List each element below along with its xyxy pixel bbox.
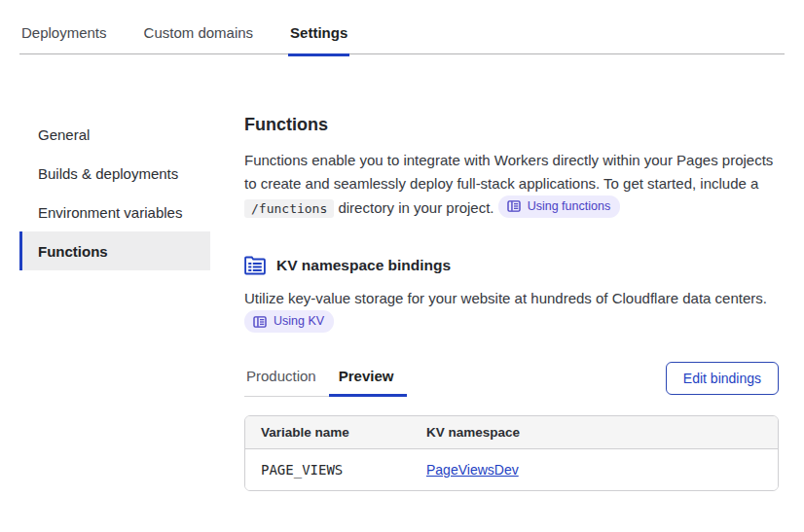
column-header-kv-namespace: KV namespace (426, 425, 778, 440)
using-kv-doc-link[interactable]: Using KV (244, 310, 334, 333)
kv-bindings-title: KV namespace bindings (276, 257, 451, 274)
kv-bindings-header: KV namespace bindings (244, 256, 779, 275)
table-header-row: Variable name KV namespace (245, 416, 778, 449)
environment-tabs-row: Production Preview Edit bindings (244, 362, 779, 397)
tab-deployments[interactable]: Deployments (19, 22, 109, 56)
edit-bindings-button[interactable]: Edit bindings (666, 362, 779, 395)
sidebar-item-environment-variables[interactable]: Environment variables (19, 193, 210, 231)
project-tabs: Deployments Custom domains Settings (19, 21, 785, 54)
top-tab-bar: Deployments Custom domains Settings (0, 0, 804, 54)
settings-layout: General Builds & deployments Environment… (0, 115, 804, 491)
variable-name-cell: PAGE_VIEWS (245, 462, 426, 478)
book-icon (253, 316, 267, 328)
using-kv-label: Using KV (274, 315, 324, 328)
environment-tabs: Production Preview (244, 368, 407, 397)
functions-settings-panel: Functions Functions enable you to integr… (210, 115, 785, 491)
page-title: Functions (244, 115, 779, 135)
sidebar-item-general[interactable]: General (19, 115, 210, 154)
kv-bindings-icon (244, 256, 266, 275)
tab-production[interactable]: Production (244, 368, 329, 397)
sidebar-item-builds-deployments[interactable]: Builds & deployments (19, 154, 210, 193)
kv-bindings-table: Variable name KV namespace PAGE_VIEWS Pa… (244, 415, 779, 491)
kv-namespace-link[interactable]: PageViewsDev (426, 462, 519, 478)
using-functions-label: Using functions (528, 200, 610, 213)
using-functions-doc-link[interactable]: Using functions (498, 195, 620, 218)
kv-description-text: Utilize key-value storage for your websi… (244, 290, 767, 306)
tab-preview[interactable]: Preview (329, 368, 407, 397)
functions-description-text-2: directory in your project. (334, 199, 493, 216)
table-row: PAGE_VIEWS PageViewsDev (245, 449, 778, 490)
functions-description-text: Functions enable you to integrate with W… (244, 152, 773, 192)
tab-settings[interactable]: Settings (288, 22, 349, 56)
tab-custom-domains[interactable]: Custom domains (142, 22, 256, 56)
book-icon (507, 200, 521, 212)
kv-description: Utilize key-value storage for your websi… (244, 287, 779, 335)
functions-description: Functions enable you to integrate with W… (244, 149, 779, 221)
sidebar-item-functions[interactable]: Functions (19, 231, 210, 270)
functions-directory-code: /functions (244, 199, 334, 218)
settings-sidebar: General Builds & deployments Environment… (19, 115, 210, 491)
column-header-variable-name: Variable name (245, 425, 426, 440)
